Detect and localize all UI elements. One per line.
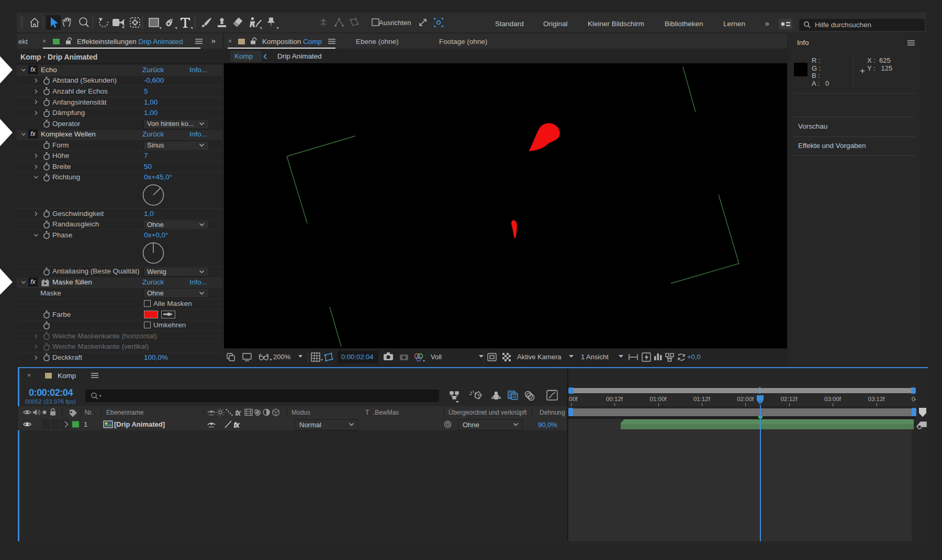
svg-text:fx: fx [236,409,241,417]
svg-text:fx: fx [234,421,239,429]
